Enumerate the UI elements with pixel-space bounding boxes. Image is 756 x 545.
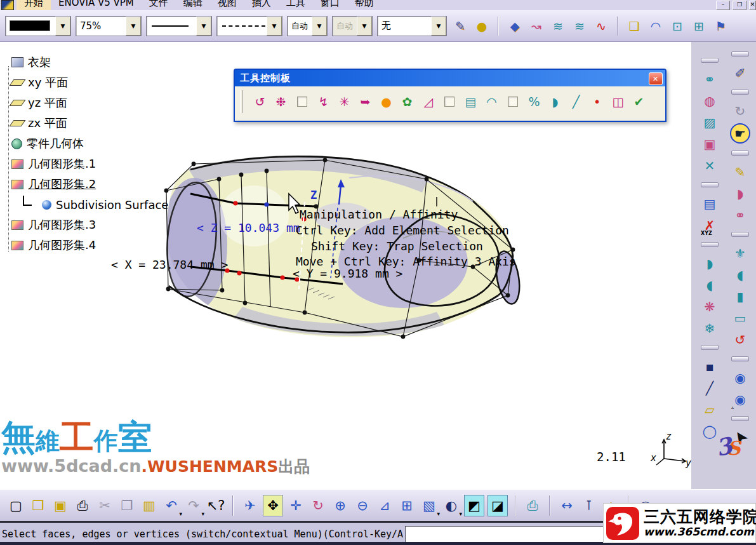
tree-item-zx-plane[interactable]: zx 平面 xyxy=(3,113,180,133)
dome-icon[interactable]: ◠ xyxy=(482,91,501,112)
toolbar-handle[interactable] xyxy=(731,51,749,57)
point-style-combo[interactable]: 自动 ▼ xyxy=(287,16,328,36)
spine-comb-icon[interactable]: ∿ xyxy=(592,17,610,35)
balloon-icon[interactable]: ✿ xyxy=(397,91,417,112)
render-style-icon[interactable]: ◐ ▾ xyxy=(442,495,461,516)
dome-icon[interactable]: ◠ xyxy=(647,17,665,35)
toolbar-handle[interactable] xyxy=(701,242,719,247)
toolbar-handle[interactable] xyxy=(701,182,719,187)
line-icon[interactable]: ╱ xyxy=(566,91,586,112)
point-icon[interactable]: ▪ xyxy=(698,357,721,376)
menu-file[interactable]: 文件 xyxy=(142,0,176,10)
selection-sets-icon[interactable]: ▤ xyxy=(698,194,721,213)
save-icon[interactable]: ▣ xyxy=(51,495,70,516)
subdivision-surface-model[interactable]: Z xyxy=(152,143,533,365)
sweep-colors-icon[interactable]: ↝ xyxy=(527,17,545,35)
3d-viewport[interactable]: 衣架 xy 平面 yz 平面 zx 平面 xyxy=(0,42,691,489)
painter-icon[interactable]: ✎ xyxy=(451,17,469,35)
hatch-mesh-1-icon[interactable]: ≋ xyxy=(549,17,567,35)
menu-start[interactable]: 开始 xyxy=(17,0,51,10)
toolbar-handle[interactable] xyxy=(701,58,719,63)
face-select-icon[interactable]: ● xyxy=(376,91,396,112)
palette-title-bar[interactable]: 工具控制板 ✕ xyxy=(235,70,665,86)
view-mode-1-icon[interactable]: ◩ xyxy=(464,495,484,516)
hatch-mesh-2-icon[interactable]: ≋ xyxy=(571,17,588,35)
tool-dashboard-palette[interactable]: 工具控制板 ✕ ↺ ❉ ↯ ✳ ➥ ● xyxy=(234,69,666,122)
flag-surface-icon[interactable]: ⚑ xyxy=(712,17,729,35)
fit-all-icon[interactable]: ✥ xyxy=(263,495,283,516)
wrap-cylinder-icon[interactable]: ↺ xyxy=(729,330,752,349)
bounding-frame-icon[interactable]: ▭ xyxy=(729,309,752,328)
menu-edit[interactable]: 编辑 xyxy=(176,0,210,10)
select-hand-icon[interactable]: ☛ xyxy=(730,123,750,144)
new-file-icon[interactable]: ▢ xyxy=(6,495,25,516)
delete-face-icon[interactable]: ✕ xyxy=(698,156,721,175)
paint-ball-icon[interactable]: ● xyxy=(473,17,491,35)
layer-combo[interactable]: 无 ▼ xyxy=(377,16,447,36)
palette-close-icon[interactable]: ✕ xyxy=(649,72,663,85)
sketch-icon[interactable]: ✎ xyxy=(729,163,752,182)
control-sphere-icon[interactable]: ◍ xyxy=(698,91,721,111)
option-box-3[interactable] xyxy=(508,97,518,107)
bump-surface-icon[interactable]: ◗ xyxy=(698,254,721,273)
box-pick-icon[interactable]: ⊡ xyxy=(668,17,686,35)
update-spiral-icon[interactable]: ↻ xyxy=(729,102,752,121)
line-weight-combo[interactable]: ▼ xyxy=(146,16,212,36)
menu-tools[interactable]: 工具 xyxy=(279,0,313,10)
attenuation-icon[interactable]: % xyxy=(524,91,544,112)
fly-mode-icon[interactable]: ✈ xyxy=(241,495,260,516)
combo-arrow-icon[interactable]: ▼ xyxy=(267,17,282,36)
toolbar-handle[interactable] xyxy=(731,232,749,237)
toolbar-handle[interactable] xyxy=(701,345,719,350)
combo-arrow-icon[interactable]: ▼ xyxy=(196,17,211,36)
line-icon[interactable]: ╱ xyxy=(698,379,721,398)
toolbar-handle[interactable] xyxy=(731,416,749,421)
menu-view[interactable]: 视图 xyxy=(210,0,244,10)
multi-box-icon[interactable]: ⊞ xyxy=(690,17,708,35)
paste-icon[interactable]: ▥ xyxy=(140,495,159,516)
combo-arrow-icon[interactable]: ▼ xyxy=(55,17,70,36)
line-type-combo[interactable]: ▼ xyxy=(216,16,282,36)
copy-icon[interactable]: ❐ xyxy=(117,495,136,516)
spheres-icon[interactable]: ⚭ xyxy=(729,206,752,225)
menu-enovia[interactable]: ENOVIA V5 VPM xyxy=(51,0,142,10)
view-mode-2-icon[interactable]: ◪ xyxy=(487,495,508,516)
extrude-cells-icon[interactable]: ▤ xyxy=(461,91,481,112)
cone-icon[interactable]: ◗ xyxy=(545,91,565,112)
points-cloud-icon[interactable]: ❋ xyxy=(698,297,721,316)
combo-arrow-icon[interactable]: ▼ xyxy=(126,17,141,36)
menu-help[interactable]: 帮助 xyxy=(347,0,381,10)
restore-button[interactable]: ❐ xyxy=(733,1,746,10)
tree-item-xy-plane[interactable]: xy 平面 xyxy=(3,72,180,93)
point-dot-icon[interactable]: • xyxy=(587,91,607,112)
striped-surface-icon[interactable]: ▨ xyxy=(698,113,721,132)
close-button[interactable]: ✕ xyxy=(749,1,756,10)
hide-show-eye-icon[interactable]: ◉ xyxy=(729,368,752,387)
move-arrow-icon[interactable]: ➥ xyxy=(355,91,375,112)
set-square-icon[interactable]: ◿ xyxy=(418,91,438,112)
measure-inertia-icon[interactable]: ⊺ xyxy=(580,495,599,516)
pan-icon[interactable]: ✛ xyxy=(286,495,305,516)
modification-icon[interactable]: ↯ xyxy=(314,91,333,112)
swept-face-icon[interactable]: ◖ xyxy=(698,276,721,295)
zoom-out-icon[interactable]: ⊖ xyxy=(353,495,372,516)
manipulator-icon[interactable]: ↺ xyxy=(250,91,270,112)
option-box-2[interactable] xyxy=(444,97,454,107)
zoom-in-icon[interactable]: ⊕ xyxy=(331,495,350,516)
cut-icon[interactable]: ✂ xyxy=(95,495,114,516)
swept-surface-icon[interactable]: ◗ xyxy=(729,184,752,203)
wire-cube-icon[interactable]: ◫ xyxy=(608,91,628,112)
iso-view-icon[interactable]: ▧ ▾ xyxy=(420,495,439,516)
multi-view-icon[interactable]: ⊞ xyxy=(397,495,416,516)
normal-view-icon[interactable]: ⊿ xyxy=(375,495,394,516)
context-help-icon[interactable]: ↖? xyxy=(206,495,225,516)
print-icon[interactable]: ⎙ xyxy=(73,495,92,516)
palette-grip[interactable] xyxy=(240,90,243,113)
app-icon[interactable] xyxy=(1,0,14,10)
shell-surface-icon[interactable]: ◖ xyxy=(729,266,752,285)
tree-item-yz-plane[interactable]: yz 平面 xyxy=(3,93,180,113)
combo-arrow-icon[interactable]: ▼ xyxy=(312,17,327,36)
control-points-icon[interactable]: ❉ xyxy=(271,91,291,112)
print-3d-icon[interactable]: ⎙ xyxy=(523,495,542,516)
rotate-icon[interactable]: ↻ xyxy=(308,495,328,516)
